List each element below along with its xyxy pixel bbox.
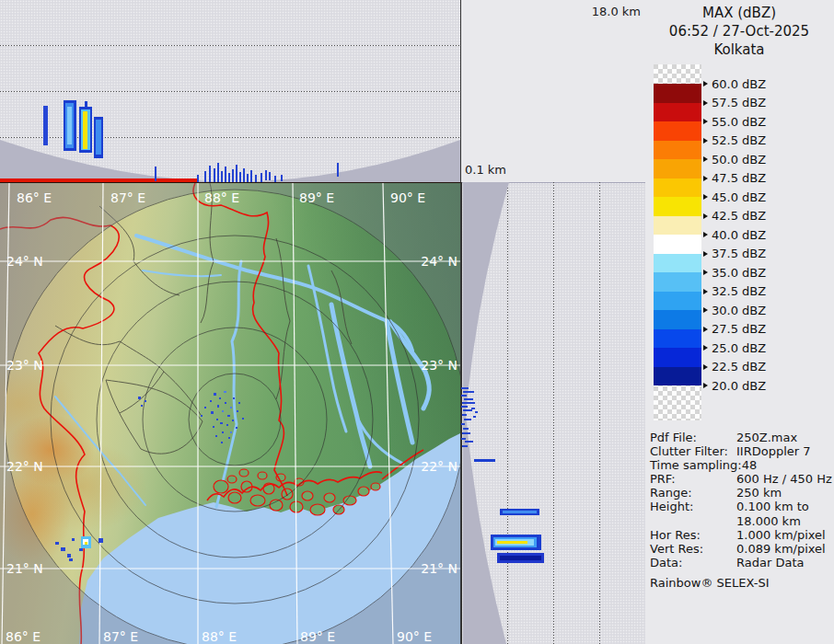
info-row: Data:Radar Data bbox=[650, 556, 832, 569]
info-label: Range: bbox=[650, 486, 736, 500]
legend-band bbox=[654, 272, 701, 292]
legend-entry-label: 50.0 dBZ bbox=[712, 153, 766, 167]
radar-product-window: 18.0 km 0.1 km bbox=[0, 0, 834, 644]
echo-cell bbox=[219, 397, 221, 399]
legend-band bbox=[654, 367, 701, 386]
echo-dash bbox=[471, 408, 475, 409]
tick-arrow-icon bbox=[703, 327, 708, 332]
info-label: Time sampling: bbox=[650, 458, 742, 472]
echo-cell bbox=[67, 554, 71, 558]
echo-tick bbox=[274, 176, 276, 182]
legend-entry: 50.0 dBZ bbox=[701, 153, 766, 166]
legend-band bbox=[654, 235, 701, 254]
info-label: Hor Res: bbox=[650, 528, 736, 542]
echo-column bbox=[0, 178, 197, 182]
info-label: Clutter Filter: bbox=[650, 444, 736, 458]
longitude-label: 87° E bbox=[110, 190, 145, 205]
tick-arrow-icon bbox=[703, 81, 708, 86]
tick-arrow-icon bbox=[703, 232, 708, 237]
echo-cell bbox=[211, 411, 214, 414]
legend-band bbox=[654, 348, 701, 367]
legend-band bbox=[654, 329, 701, 349]
ppi-map[interactable]: 86° E86° E87° E87° E88° E88° E89° E89° E… bbox=[0, 182, 461, 644]
echo-cell bbox=[201, 415, 203, 417]
legend-entry-label: 40.0 dBZ bbox=[712, 228, 766, 242]
echo-tick bbox=[217, 163, 219, 182]
longitude-label: 89° E bbox=[299, 190, 334, 205]
info-value: 0.100 km to bbox=[736, 500, 809, 513]
tick-arrow-icon bbox=[703, 100, 708, 106]
legend-band bbox=[654, 292, 701, 311]
longitude-label: 87° E bbox=[103, 629, 138, 644]
blind-cone-wedge bbox=[0, 0, 460, 182]
echo-bar bbox=[497, 541, 527, 544]
echo-cell bbox=[138, 397, 141, 399]
info-label bbox=[650, 514, 736, 528]
info-value: 250 km bbox=[736, 486, 782, 500]
legend-entry: 35.0 dBZ bbox=[701, 266, 766, 279]
info-label: Height: bbox=[650, 500, 736, 513]
info-value: 600 Hz / 450 Hz bbox=[736, 472, 832, 486]
info-row: Time sampling:48 bbox=[650, 458, 832, 472]
echo-tick bbox=[209, 166, 211, 182]
echo-tick bbox=[261, 173, 262, 182]
legend-band bbox=[654, 159, 701, 178]
color-scale-bar bbox=[654, 64, 701, 420]
legend-entry: 40.0 dBZ bbox=[701, 228, 766, 241]
info-row: Vert Res:0.089 km/pixel bbox=[650, 542, 832, 556]
legend-band bbox=[654, 141, 701, 160]
echo-cell bbox=[216, 419, 218, 420]
legend-entry: 55.0 dBZ bbox=[701, 115, 766, 128]
echo-cell bbox=[233, 397, 235, 399]
legend-band bbox=[654, 121, 701, 141]
info-value: 18.000 km bbox=[736, 514, 801, 528]
legend-entry-label: 55.0 dBZ bbox=[712, 115, 766, 129]
echo-tick bbox=[247, 174, 249, 182]
echo-tick bbox=[155, 167, 156, 181]
echo-cell bbox=[222, 431, 224, 433]
legend-entry-label: 25.0 dBZ bbox=[712, 341, 766, 355]
title-block: MAX (dBZ) 06:52 / 27-Oct-2025 Kolkata bbox=[644, 4, 834, 59]
longitude-label: 89° E bbox=[300, 629, 335, 644]
product-title: MAX (dBZ) bbox=[644, 4, 834, 22]
echo-cell bbox=[221, 442, 223, 443]
ns-cross-section-panel[interactable] bbox=[461, 182, 645, 644]
echo-dash bbox=[464, 398, 473, 400]
station-name: Kolkata bbox=[644, 40, 834, 59]
tick-arrow-icon bbox=[703, 383, 708, 388]
echo-cell bbox=[226, 424, 228, 426]
product-info: Pdf File:250Z.maxClutter Filter:IIRDoppl… bbox=[650, 431, 832, 590]
legend-entry-label: 52.5 dBZ bbox=[712, 133, 766, 147]
echo-column bbox=[85, 101, 87, 108]
echo-tick bbox=[255, 175, 257, 182]
legend-band bbox=[654, 310, 701, 329]
echo-dash bbox=[462, 414, 467, 416]
echo-tick bbox=[221, 171, 223, 182]
echo-tick bbox=[337, 163, 339, 177]
ew-cross-section-panel[interactable] bbox=[0, 0, 461, 182]
echo-dash bbox=[464, 419, 471, 420]
legend-entry: 30.0 dBZ bbox=[701, 304, 766, 316]
legend-entry-label: 45.0 dBZ bbox=[712, 190, 766, 204]
echo-cell bbox=[230, 407, 232, 408]
longitude-label: 90° E bbox=[397, 629, 432, 644]
legend-entry-label: 20.0 dBZ bbox=[712, 379, 766, 393]
echo-tick bbox=[281, 175, 283, 181]
echo-dash bbox=[475, 411, 478, 413]
echo-cell bbox=[237, 410, 238, 412]
tick-arrow-icon bbox=[703, 270, 708, 275]
echo-tick bbox=[197, 175, 199, 182]
echo-cell bbox=[217, 405, 219, 408]
echo-cell bbox=[222, 410, 224, 412]
echo-cell bbox=[242, 418, 244, 420]
longitude-label: 90° E bbox=[390, 190, 425, 205]
tick-arrow-icon bbox=[703, 119, 708, 124]
legend-entry: 47.5 dBZ bbox=[701, 172, 766, 185]
legend-band bbox=[654, 178, 701, 198]
tick-arrow-icon bbox=[703, 307, 708, 313]
echo-dash bbox=[462, 445, 468, 447]
legend-entry: 25.0 dBZ bbox=[701, 341, 766, 354]
legend-band bbox=[654, 197, 701, 216]
echo-dash bbox=[461, 406, 468, 408]
legend-entry: 37.5 dBZ bbox=[701, 247, 766, 260]
